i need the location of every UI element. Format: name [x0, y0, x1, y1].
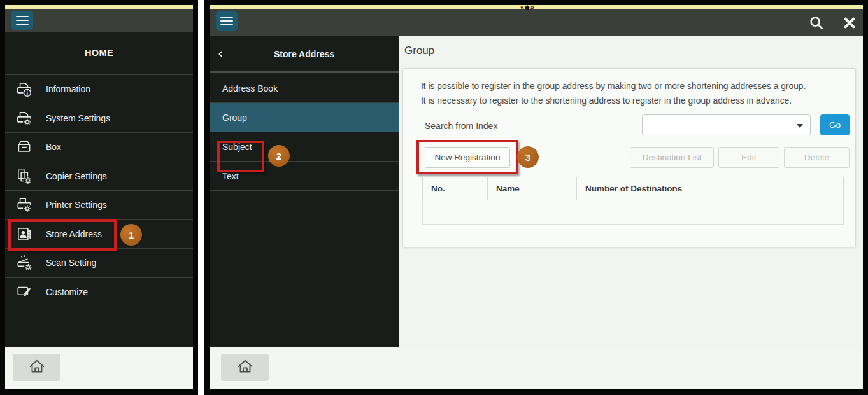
group-card: It is possible to register in the group …: [402, 68, 856, 247]
description-line-2: It is necessary to register to the short…: [421, 94, 806, 108]
menu-item-label: Printer Settings: [46, 200, 107, 210]
top-strip: [210, 5, 863, 9]
top-strip: [5, 5, 193, 9]
edit-button[interactable]: Edit: [718, 147, 779, 168]
back-icon[interactable]: [217, 50, 225, 59]
menu-item-label: Copier Settings: [46, 171, 107, 181]
group-content-area: Group It is possible to register in the …: [399, 36, 863, 347]
menu-item-label: Information: [46, 84, 90, 94]
printer-settings-icon: [15, 196, 34, 214]
index-dropdown[interactable]: [642, 114, 811, 135]
menu-item-box[interactable]: Box: [5, 132, 193, 162]
home-menu-list: i Information System Settings Box: [5, 74, 193, 306]
page-title: HOME: [5, 32, 193, 74]
submenu-item-label: Address Book: [222, 83, 278, 94]
menu-item-scan-setting[interactable]: Scan Setting: [5, 248, 193, 277]
left-footer-bar: [5, 347, 193, 389]
go-button[interactable]: Go: [820, 114, 850, 135]
home-icon: [236, 357, 255, 378]
close-icon[interactable]: [840, 13, 859, 32]
system-settings-icon: [15, 109, 34, 127]
submenu-item-group[interactable]: Group: [210, 103, 399, 132]
home-button[interactable]: [13, 354, 60, 381]
step-badge-2: 2: [268, 145, 290, 167]
search-icon[interactable]: [807, 13, 826, 32]
submenu-list: Address Book Group Subject Text: [210, 74, 399, 191]
content-title: Group: [404, 45, 434, 57]
delete-button[interactable]: Delete: [784, 147, 850, 168]
submenu-item-address-book[interactable]: Address Book: [210, 74, 399, 103]
description-text: It is possible to register in the group …: [421, 79, 806, 108]
group-table: No. Name Number of Destinations: [422, 177, 844, 225]
menu-item-customize[interactable]: Customize: [5, 277, 193, 307]
step-badge-1: 1: [120, 224, 142, 246]
home-menu-body: HOME i Information System Settings Box: [5, 32, 193, 347]
menu-item-label: Scan Setting: [46, 258, 96, 268]
hamburger-menu-button[interactable]: [11, 11, 33, 30]
svg-text:i: i: [27, 90, 29, 97]
highlight-box-step3: [416, 140, 518, 174]
copier-settings-icon: [15, 167, 34, 185]
table-header-row: No. Name Number of Destinations: [422, 177, 844, 200]
store-address-submenu: Store Address Address Book Group Subject…: [210, 36, 399, 347]
menu-item-label: Box: [46, 142, 61, 152]
highlight-box-step2: [217, 141, 264, 172]
submenu-header: Store Address: [210, 36, 399, 73]
column-header-no: No.: [423, 177, 488, 200]
store-address-panel: «◆» Store Address Address Book Group: [204, 0, 868, 395]
column-header-destinations: Number of Destinations: [577, 177, 843, 200]
scan-setting-icon: [15, 254, 34, 272]
home-menu-panel: HOME i Information System Settings Box: [0, 0, 198, 395]
menu-item-printer-settings[interactable]: Printer Settings: [5, 190, 193, 219]
customize-icon: [15, 283, 34, 301]
home-icon: [27, 357, 46, 378]
menu-item-information[interactable]: i Information: [5, 74, 193, 104]
left-header-bar: [5, 9, 193, 32]
chevron-down-icon: [797, 124, 803, 128]
menu-item-system-settings[interactable]: System Settings: [5, 104, 193, 133]
menu-item-label: Customize: [46, 287, 88, 297]
search-from-index-label: Search from Index: [425, 121, 497, 131]
menu-item-copier-settings[interactable]: Copier Settings: [5, 162, 193, 191]
box-icon: [15, 138, 34, 156]
submenu-item-label: Group: [222, 113, 247, 123]
table-empty-row: [422, 200, 844, 225]
column-header-name: Name: [488, 177, 577, 200]
highlight-box-step1: [8, 219, 117, 251]
information-icon: i: [15, 80, 34, 98]
right-footer-bar: [210, 347, 863, 389]
step-badge-3: 3: [517, 146, 539, 168]
submenu-title: Store Address: [210, 36, 399, 73]
right-header-bar: [210, 9, 863, 36]
hamburger-menu-button[interactable]: [216, 11, 238, 31]
scroll-position-marker: «◆»: [520, 4, 535, 10]
menu-item-label: System Settings: [46, 113, 110, 123]
description-line-1: It is possible to register in the group …: [421, 79, 806, 94]
home-button[interactable]: [221, 354, 269, 381]
destination-list-button[interactable]: Destination List: [630, 147, 714, 168]
